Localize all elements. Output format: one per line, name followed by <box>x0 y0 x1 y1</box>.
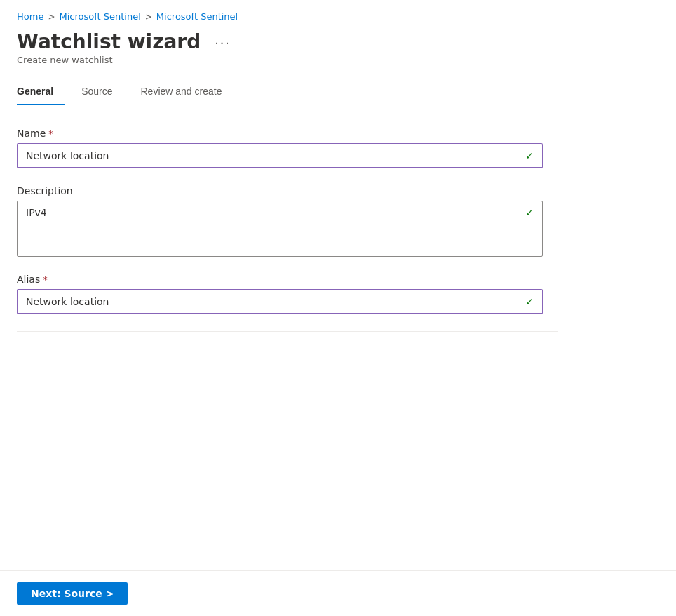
more-menu-button[interactable]: ··· <box>209 32 236 52</box>
description-label: Description <box>17 185 558 196</box>
form-area: Name * ✓ Description ✓ Alias <box>0 105 575 460</box>
breadcrumb-sep-2: > <box>145 12 152 22</box>
tab-general[interactable]: General <box>17 80 65 105</box>
name-input-wrapper[interactable]: ✓ <box>17 143 543 168</box>
breadcrumb-sentinel-1[interactable]: Microsoft Sentinel <box>59 11 140 22</box>
alias-label: Alias * <box>17 274 558 285</box>
breadcrumb: Home > Microsoft Sentinel > Microsoft Se… <box>0 0 676 27</box>
description-textarea-top: ✓ <box>26 207 534 242</box>
footer: Next: Source > <box>0 570 676 616</box>
alias-input[interactable] <box>26 296 525 307</box>
page-container: Home > Microsoft Sentinel > Microsoft Se… <box>0 0 676 616</box>
spacer <box>0 460 676 570</box>
tabs: General Source Review and create <box>0 68 676 105</box>
breadcrumb-sep-1: > <box>48 12 55 22</box>
description-textarea[interactable] <box>26 207 525 242</box>
next-source-button[interactable]: Next: Source > <box>17 582 128 605</box>
description-group: Description ✓ <box>17 185 558 257</box>
tab-source[interactable]: Source <box>81 80 123 105</box>
breadcrumb-home[interactable]: Home <box>17 11 43 22</box>
page-header: Watchlist wizard ··· <box>0 27 676 53</box>
description-check-icon: ✓ <box>525 207 534 218</box>
alias-input-wrapper[interactable]: ✓ <box>17 289 543 314</box>
name-check-icon: ✓ <box>525 150 534 161</box>
alias-check-icon: ✓ <box>525 296 534 307</box>
name-label: Name * <box>17 128 558 139</box>
name-input[interactable] <box>26 150 525 161</box>
form-divider <box>17 331 558 332</box>
page-title: Watchlist wizard <box>17 30 201 53</box>
tab-review-create[interactable]: Review and create <box>141 80 234 105</box>
breadcrumb-sentinel-2[interactable]: Microsoft Sentinel <box>156 11 238 22</box>
description-textarea-wrapper[interactable]: ✓ <box>17 201 543 257</box>
name-group: Name * ✓ <box>17 128 558 168</box>
page-subtitle: Create new watchlist <box>0 53 676 65</box>
alias-group: Alias * ✓ <box>17 274 558 314</box>
alias-required-star: * <box>43 274 48 285</box>
name-required-star: * <box>48 128 53 139</box>
